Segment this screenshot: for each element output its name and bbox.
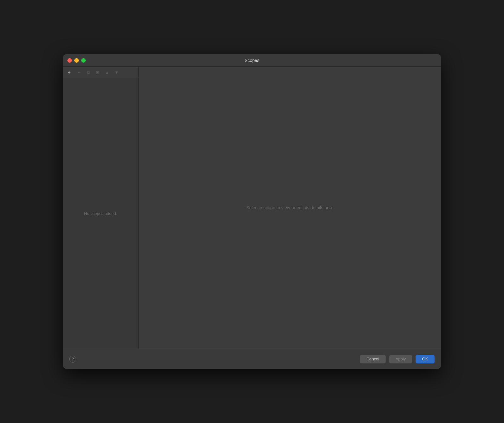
minimize-button[interactable] (74, 58, 79, 63)
no-scopes-message: No scopes added. (84, 211, 117, 216)
traffic-lights (67, 58, 86, 63)
scopes-window: Scopes + − ⧉ ⊞ ▲ ▼ No scopes added. Sele… (63, 54, 441, 369)
scopes-list: No scopes added. (63, 78, 138, 349)
main-panel: Select a scope to view or edit its detai… (139, 67, 441, 349)
save-scope-button[interactable]: ⊞ (93, 69, 102, 76)
footer-right: Cancel Apply OK (360, 355, 435, 364)
move-up-button[interactable]: ▲ (103, 69, 112, 76)
help-button[interactable]: ? (69, 356, 76, 363)
sidebar: + − ⧉ ⊞ ▲ ▼ No scopes added. (63, 67, 139, 349)
add-scope-button[interactable]: + (65, 69, 74, 76)
ok-button[interactable]: OK (415, 355, 435, 364)
footer-left: ? (69, 356, 76, 363)
copy-scope-button[interactable]: ⧉ (84, 69, 93, 76)
footer: ? Cancel Apply OK (63, 349, 441, 369)
title-bar: Scopes (63, 54, 441, 67)
close-button[interactable] (67, 58, 72, 63)
sidebar-toolbar: + − ⧉ ⊞ ▲ ▼ (63, 67, 138, 78)
cancel-button[interactable]: Cancel (360, 355, 386, 364)
content-area: + − ⧉ ⊞ ▲ ▼ No scopes added. Select a sc… (63, 67, 441, 349)
main-panel-placeholder: Select a scope to view or edit its detai… (246, 205, 333, 210)
window-title: Scopes (245, 58, 260, 63)
apply-button[interactable]: Apply (389, 355, 413, 364)
maximize-button[interactable] (81, 58, 86, 63)
move-down-button[interactable]: ▼ (112, 69, 121, 76)
remove-scope-button[interactable]: − (74, 69, 83, 76)
